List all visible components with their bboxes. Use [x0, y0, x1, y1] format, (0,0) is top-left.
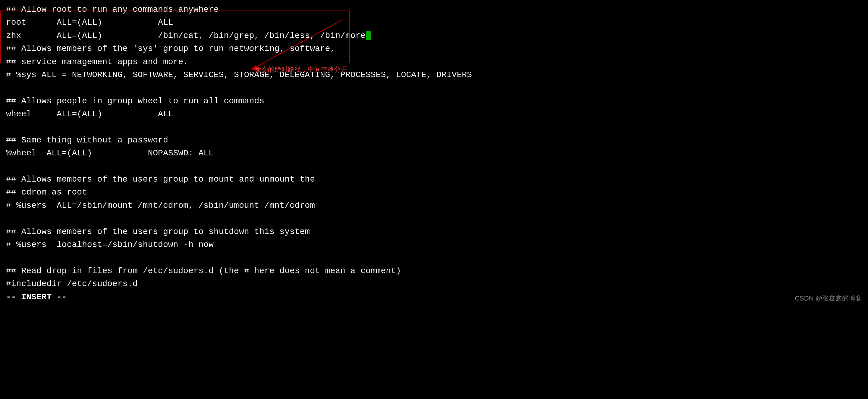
line-3: zhx ALL=(ALL) /bin/cat, /bin/grep, /bin/…	[6, 29, 862, 42]
line-9: wheel ALL=(ALL) ALL	[6, 107, 862, 121]
line-4: ## Allows members of the 'sys' group to …	[6, 42, 862, 55]
line-2: root ALL=(ALL) ALL	[6, 16, 862, 29]
line-14: ## Allows members of the users group to …	[6, 173, 862, 186]
line-17	[6, 212, 862, 225]
line-18: ## Allows members of the users group to …	[6, 225, 862, 238]
line-16: # %users ALL=/sbin/mount /mnt/cdrom, /sb…	[6, 199, 862, 212]
line-19: # %users localhost=/sbin/shutdown -h now	[6, 238, 862, 251]
terminal-window: ## Allow root to run any commands anywhe…	[0, 0, 868, 306]
text-cursor	[366, 31, 371, 40]
line-13	[6, 160, 862, 173]
line-1: ## Allow root to run any commands anywhe…	[6, 3, 862, 16]
line-12: %wheel ALL=(ALL) NOPASSWD: ALL	[6, 147, 862, 160]
line-23: -- INSERT --	[6, 291, 862, 303]
line-6: # %sys ALL = NETWORKING, SOFTWARE, SERVI…	[6, 68, 862, 81]
line-21: ## Read drop-in files from /etc/sudoers.…	[6, 264, 862, 277]
line-5: ## service management apps and more.	[6, 56, 862, 68]
line-7	[6, 81, 862, 94]
line-15: ## cdrom as root	[6, 186, 862, 199]
line-11: ## Same thing without a password	[6, 134, 862, 147]
line-20	[6, 251, 862, 264]
watermark: CSDN @张鑫鑫的博客	[795, 293, 862, 303]
line-8: ## Allows people in group wheel to run a…	[6, 95, 862, 107]
line-22: #includedir /etc/sudoers.d	[6, 277, 862, 290]
line-10	[6, 121, 862, 134]
